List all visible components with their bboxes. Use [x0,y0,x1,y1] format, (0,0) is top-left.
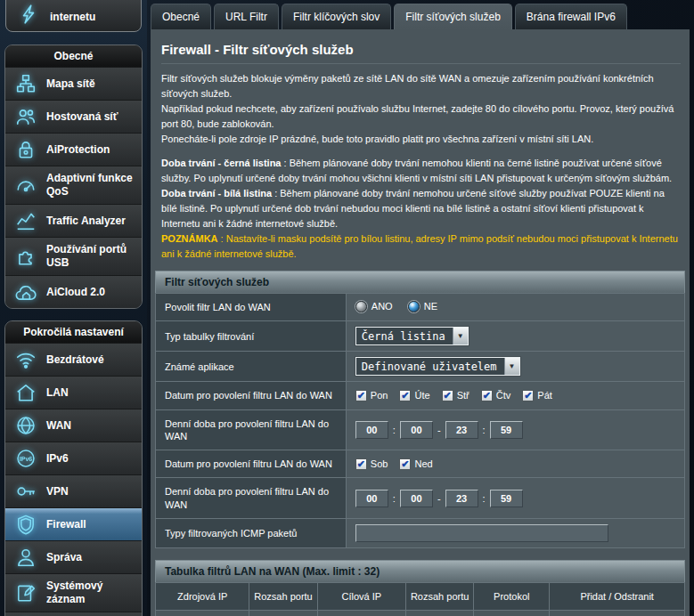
time2-start-min-input[interactable] [400,490,433,507]
note-paragraph: POZNÁMKA : Nastavíte-li masku podsítě pr… [161,231,679,262]
sidebar-item-label: Hostovaná síť [46,110,118,124]
icmp-label: Typy filtrovaných ICMP paketů [156,519,347,548]
duration-whitelist-label: Doba trvání - bílá listina [161,188,272,199]
checkbox-fri[interactable]: ✔Pát [522,390,552,401]
sidebar-item-aicloud[interactable]: AiCloud 2.0 [5,275,142,308]
time-start-min-input[interactable] [400,421,433,439]
sidebar-item-qos[interactable]: Adaptivní funkce QoS [5,166,142,204]
radio-no-dot[interactable] [408,301,420,312]
table-type-label: Typ tabulky filtrování [156,321,347,352]
checkbox-sun[interactable]: ✔Ned [399,458,432,470]
sidebar-item-label: Traffic Analyzer [46,215,126,228]
intro-paragraph: Filtr síťových služeb blokuje výměny pak… [161,71,679,101]
guest-network-icon [12,106,39,127]
time2-end-min-input[interactable] [490,490,523,507]
sidebar-item-firewall[interactable]: Firewall [5,507,142,540]
time-start-hour-input[interactable] [355,421,388,439]
menu-group-general: Obecné Mapa sítě Hostovaná síť AiProtect… [4,45,143,309]
menu-group-general-title: Obecné [5,45,142,67]
checkbox-label: Pon [371,390,388,401]
known-apps-select[interactable]: Definované uživatelem ▼ [355,357,520,376]
sidebar-item-administration[interactable]: Správa [5,540,142,573]
time2-start-hour-input[interactable] [355,490,388,507]
checkbox-checked-icon[interactable]: ✔ [442,390,453,401]
checkbox-checked-icon[interactable]: ✔ [399,390,411,401]
sidebar-item-aiprotection[interactable]: AiProtection [5,133,142,166]
sidebar-item-system-log[interactable]: Systémový záznam [5,573,142,612]
rule-table-header-row: Zdrojová IP Rozsah portu Cílová IP Rozsa… [156,583,685,611]
sidebar-item-vpn[interactable]: VPN [5,474,142,507]
key-icon [12,481,39,502]
sidebar-item-wireless[interactable]: Bezdrátové [5,343,142,376]
time-end-min-input[interactable] [490,421,523,439]
checkbox-checked-icon[interactable]: ✔ [355,390,367,401]
menu-group-advanced: Pokročilá nastavení Bezdrátové LAN WAN I… [4,320,143,616]
quick-setup-button[interactable]: internetu [5,0,142,32]
sidebar-item-label: Bezdrátové [46,353,104,367]
checkbox-thu[interactable]: ✔Čtv [481,390,511,401]
line-chart-icon [12,210,39,231]
network-map-icon [12,73,39,94]
radio-yes-dot[interactable] [355,301,367,312]
weekday-label: Datum pro povolení filtru LAN do WAN [156,382,347,409]
tab-ipv6-firewall[interactable]: Brána firewall IPv6 [515,4,627,29]
col-port-range-2: Rozsah portu [405,583,473,611]
row-table-type: Typ tabulky filtrování Černá listina ▼ [156,321,685,352]
radio-yes[interactable]: ANO [355,301,393,312]
svg-text:IPv6: IPv6 [20,456,33,463]
col-dest-ip: Cílová IP [317,583,405,611]
row-icmp: Typy filtrovaných ICMP paketů [156,519,685,548]
sidebar-item-network-map[interactable]: Mapa sítě [5,67,142,100]
radio-yes-label: ANO [371,301,393,312]
icmp-input[interactable] [355,524,608,542]
checkbox-mon[interactable]: ✔Pon [355,390,388,401]
checkbox-checked-icon[interactable]: ✔ [355,458,367,470]
chevron-down-icon[interactable]: ▼ [453,328,468,344]
tab-bar: Obecné URL Filtr Filtr klíčových slov Fi… [151,0,694,29]
row-daytime-weekdays: Denní doba pro povolení filtru LAN do WA… [156,409,685,450]
chevron-down-icon[interactable]: ▼ [504,358,519,375]
row-weekdays: Datum pro povolení filtru LAN do WAN ✔Po… [156,382,685,409]
time2-end-hour-input[interactable] [445,490,478,507]
daytime2-label: Denní doba pro povolení filtru LAN do WA… [156,478,347,519]
sidebar-item-network-tools[interactable]: Síťové nástroje [5,612,142,616]
intro-paragraph: Například pokud nechcete, aby zařízení p… [161,101,679,132]
sidebar-item-label: LAN [46,386,69,400]
page-title: Firewall - Filtr síťových služeb [161,42,681,64]
tab-general[interactable]: Obecné [151,4,211,29]
ipv6-globe-icon: IPv6 [12,448,39,469]
sidebar-item-label: Správa [46,551,82,564]
menu-group-advanced-title: Pokročilá nastavení [5,321,142,343]
checkbox-tue[interactable]: ✔Úte [399,390,429,401]
table-type-select[interactable]: Černá listina ▼ [355,327,469,345]
duration-whitelist-paragraph: Doba trvání - bílá listina : Během pláno… [161,186,679,231]
time-end-hour-input[interactable] [445,421,478,439]
shield-icon [12,514,39,535]
sidebar-item-traffic-analyzer[interactable]: Traffic Analyzer [5,204,142,237]
sidebar-item-wan[interactable]: WAN [5,409,142,442]
sidebar-item-label: Firewall [46,518,86,531]
sidebar-item-guest-network[interactable]: Hostovaná síť [5,100,142,133]
quick-setup-label: internetu [50,11,95,25]
checkbox-checked-icon[interactable]: ✔ [522,390,534,401]
checkbox-checked-icon[interactable]: ✔ [481,390,493,401]
radio-no[interactable]: NE [408,301,437,312]
sidebar-item-label: VPN [46,485,69,498]
pencil-doc-icon [12,582,39,604]
tab-keyword-filter[interactable]: Filtr klíčových slov [282,4,391,29]
duration-blacklist-label: Doba trvání - černá listina [161,158,281,168]
lock-icon [12,139,39,160]
sidebar-item-ipv6[interactable]: IPv6 IPv6 [5,442,142,474]
col-add-remove: Přidat / Odstranit [550,583,685,611]
checkbox-wed[interactable]: ✔Stř [442,390,469,401]
row-weekend: Datum pro povolení filtru LAN do WAN ✔So… [156,450,685,478]
tab-network-services-filter[interactable]: Filtr síťových služeb [394,4,512,29]
checkbox-checked-icon[interactable]: ✔ [399,458,411,470]
checkbox-sat[interactable]: ✔Sob [355,458,388,470]
sidebar-item-label: AiProtection [46,143,110,157]
row-enable-filter: Povolit filtr LAN do WAN ANO NE [156,294,685,321]
checkbox-label: Ned [414,458,432,469]
sidebar-item-usb[interactable]: Používání portů USB [5,237,142,275]
sidebar-item-lan[interactable]: LAN [5,376,142,409]
tab-url-filter[interactable]: URL Filtr [214,4,279,29]
